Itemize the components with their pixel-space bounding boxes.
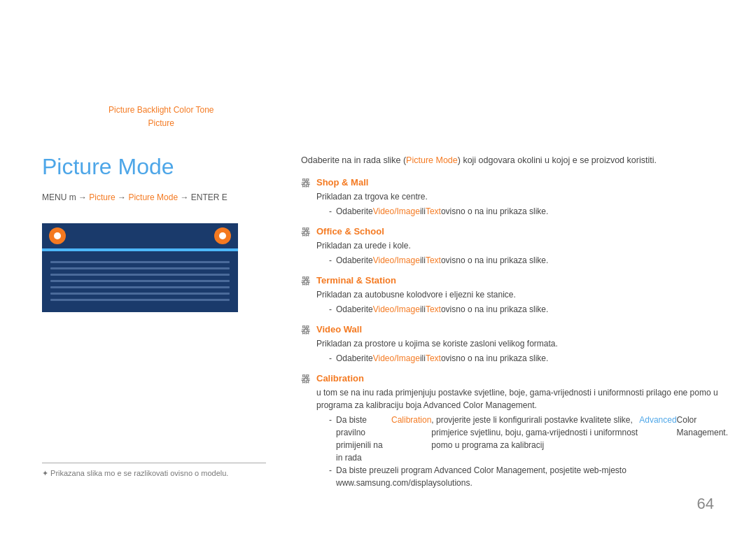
section-title-video-wall: Video Wall [301, 324, 728, 335]
page-number: 64 [697, 495, 714, 513]
section-title-shop-mall: Shop & Mall [301, 177, 728, 188]
intro-text: Odaberite na in rada slike (Picture Mode… [301, 154, 728, 167]
section-video-wall: Video Wall Prikladan za prostore u kojim… [301, 324, 728, 365]
ui-menu-line-2 [50, 267, 230, 269]
left-column: Picture Mode MENU m → Picture → Picture … [42, 154, 280, 312]
menu-path-picture: Picture [89, 192, 115, 202]
ui-icon-right-inner [219, 232, 226, 239]
footnote-text: ✦ Prikazana slika mo e se razlikovati ov… [42, 469, 266, 478]
ui-menu-line-1 [50, 261, 230, 263]
section-desc-calibration: u tom se na inu rada primjenjuju postavk… [316, 386, 728, 412]
ui-mockup [42, 223, 238, 312]
ui-menu-line-5 [50, 286, 230, 288]
section-bullet-shop-mall-1: Odaberite Video/Image ili Textovisno o n… [329, 205, 728, 218]
section-bullet-calibration-2: Da biste preuzeli program Advanced Color… [329, 464, 728, 489]
section-office-school: Office & School Prikladan za urede i kol… [301, 226, 728, 267]
section-desc-office-school: Prikladan za urede i kole. [316, 239, 728, 252]
section-desc-video-wall: Prikladan za prostore u kojima se korist… [316, 337, 728, 350]
section-icon-terminal-station [301, 275, 312, 286]
ui-highlight-bar [42, 248, 238, 251]
section-desc-terminal-station: Prikladan za autobusne kolodvore i eljez… [316, 288, 728, 301]
breadcrumb-line1: Picture Backlight Color Tone [108, 104, 214, 117]
section-title-terminal-station: Terminal & Station [301, 275, 728, 286]
page-title: Picture Mode [42, 154, 280, 180]
menu-path-mode: Picture Mode [128, 192, 178, 202]
section-calibration: Calibration u tom se na inu rada primjen… [301, 373, 728, 489]
section-bullet-calibration-1: Da biste pravilno primijenili na in rada… [329, 414, 728, 464]
ui-icon-left [49, 227, 66, 244]
breadcrumb: Picture Backlight Color Tone Picture [108, 104, 214, 130]
breadcrumb-line2: Picture [108, 117, 214, 130]
section-desc-shop-mall: Prikladan za trgova ke centre. [316, 190, 728, 203]
section-bullet-office-school-1: Odaberite Video/Image ili Textovisno o n… [329, 254, 728, 267]
section-icon-video-wall [301, 324, 312, 335]
section-title-calibration: Calibration [301, 373, 728, 384]
ui-icon-right [214, 227, 231, 244]
footnote-area: ✦ Prikazana slika mo e se razlikovati ov… [42, 463, 266, 478]
ui-menu-items [42, 253, 238, 312]
right-column: Odaberite na in rada slike (Picture Mode… [301, 154, 728, 498]
ui-menu-line-3 [50, 274, 230, 276]
menu-path: MENU m → Picture → Picture Mode → ENTER … [42, 192, 280, 202]
ui-menu-line-4 [50, 280, 230, 282]
ui-menu-line-7 [50, 299, 230, 301]
intro-picture-mode-ref: Picture Mode [406, 155, 458, 165]
section-bullet-video-wall-1: Odaberite Video/Image ili Textovisno o n… [329, 352, 728, 365]
section-shop-mall: Shop & Mall Prikladan za trgova ke centr… [301, 177, 728, 218]
section-icon-office-school [301, 226, 312, 237]
section-icon-shop-mall [301, 177, 312, 188]
ui-icon-left-inner [54, 232, 61, 239]
section-title-office-school: Office & School [301, 226, 728, 237]
ui-mockup-header [42, 223, 238, 248]
menu-path-prefix: MENU m → [42, 192, 89, 202]
section-icon-calibration [301, 373, 312, 384]
section-terminal-station: Terminal & Station Prikladan za autobusn… [301, 275, 728, 316]
ui-menu-line-6 [50, 293, 230, 295]
section-bullet-terminal-station-1: Odaberite Video/Image ili Textovisno o n… [329, 303, 728, 316]
